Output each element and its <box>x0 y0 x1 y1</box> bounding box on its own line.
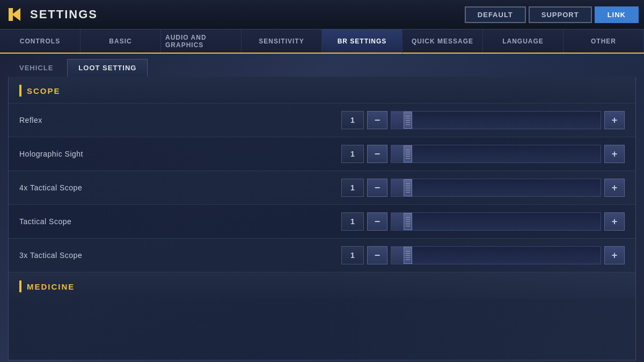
tab-quick-message[interactable]: QUICK MESSAGE <box>402 29 483 53</box>
tactical-label: Tactical Scope <box>19 217 341 226</box>
tactical-minus-btn[interactable]: − <box>367 212 387 231</box>
tab-br-settings[interactable]: BR SETTINGS <box>322 29 402 54</box>
4x-tactical-slider[interactable] <box>391 179 601 197</box>
header-buttons: DEFAULT SUPPORT LINK <box>465 6 639 23</box>
reflex-controls: 1 − + <box>341 111 625 129</box>
scope-section-bar <box>19 85 21 97</box>
tab-basic[interactable]: BASIC <box>80 29 161 53</box>
4x-tactical-label: 4x Tactical Scope <box>19 183 341 192</box>
thumb-line <box>406 154 410 154</box>
tab-language[interactable]: LANGUAGE <box>483 29 564 53</box>
reflex-slider[interactable] <box>391 111 601 129</box>
3x-tactical-slider-thumb[interactable] <box>404 247 412 264</box>
header: SETTINGS DEFAULT SUPPORT LINK <box>0 0 644 29</box>
header-left: SETTINGS <box>5 5 98 24</box>
reflex-plus-btn[interactable]: + <box>604 111 625 129</box>
subtab-loot-setting[interactable]: LOOT SETTING <box>67 59 148 77</box>
thumb-line <box>406 253 410 254</box>
link-button[interactable]: LINK <box>595 6 639 23</box>
setting-row-3x-tactical: 3x Tactical Scope 1 − + <box>9 238 635 272</box>
support-button[interactable]: SUPPORT <box>529 6 592 23</box>
3x-tactical-plus-btn[interactable]: + <box>604 246 625 264</box>
3x-tactical-controls: 1 − + <box>341 246 625 264</box>
tactical-plus-btn[interactable]: + <box>604 212 625 231</box>
4x-tactical-controls: 1 − + <box>341 179 625 197</box>
default-button[interactable]: DEFAULT <box>465 6 526 23</box>
thumb-line <box>406 221 410 222</box>
content-area: SCOPE Reflex 1 − + Holographic Sight 1 − <box>8 77 636 360</box>
holographic-minus-btn[interactable]: − <box>367 145 387 163</box>
scope-section-title: SCOPE <box>27 86 61 95</box>
thumb-line <box>406 255 410 256</box>
3x-tactical-slider[interactable] <box>391 246 601 264</box>
thumb-line <box>406 118 410 119</box>
holographic-plus-btn[interactable]: + <box>604 145 625 163</box>
holographic-slider-thumb[interactable] <box>404 145 412 162</box>
tab-other[interactable]: OTHER <box>564 29 644 53</box>
thumb-line <box>406 224 410 224</box>
svg-marker-0 <box>12 8 20 21</box>
4x-tactical-minus-btn[interactable]: − <box>367 179 387 197</box>
thumb-line <box>406 120 410 121</box>
3x-tactical-minus-btn[interactable]: − <box>367 246 387 264</box>
tactical-value: 1 <box>341 212 364 231</box>
medicine-section-title: Medicine <box>27 282 75 291</box>
thumb-line <box>406 152 410 152</box>
3x-tactical-value: 1 <box>341 246 364 264</box>
reflex-minus-btn[interactable]: − <box>367 111 387 129</box>
thumb-line <box>406 122 410 123</box>
scope-section-header: SCOPE <box>9 77 635 103</box>
thumb-line <box>406 257 410 258</box>
tab-audio-graphics[interactable]: AUDIO AND GRAPHICS <box>161 29 241 53</box>
3x-tactical-label: 3x Tactical Scope <box>19 251 341 260</box>
4x-tactical-value: 1 <box>341 179 364 197</box>
reflex-value: 1 <box>341 111 364 129</box>
holographic-value: 1 <box>341 145 364 163</box>
setting-row-reflex: Reflex 1 − + <box>9 103 635 137</box>
tactical-slider-thumb[interactable] <box>404 213 412 230</box>
4x-tactical-slider-thumb[interactable] <box>404 179 412 196</box>
medicine-section-bar <box>19 280 21 292</box>
setting-row-tactical: Tactical Scope 1 − + <box>9 204 635 238</box>
reflex-label: Reflex <box>19 116 341 124</box>
thumb-line <box>406 186 410 186</box>
svg-rect-1 <box>9 8 13 21</box>
medicine-section-header: Medicine <box>9 272 635 299</box>
thumb-line <box>406 188 410 188</box>
reflex-slider-thumb[interactable] <box>404 112 412 129</box>
setting-row-4x-tactical: 4x Tactical Scope 1 − + <box>9 171 635 204</box>
thumb-line <box>406 156 410 157</box>
page-title: SETTINGS <box>30 8 98 21</box>
nav-tabs: CONTROLS BASIC AUDIO AND GRAPHICS SENSIT… <box>0 29 644 54</box>
sub-tabs: VEHICLE LOOT SETTING <box>0 54 644 77</box>
setting-row-holographic: Holographic Sight 1 − + <box>9 137 635 171</box>
4x-tactical-plus-btn[interactable]: + <box>604 179 625 197</box>
subtab-vehicle[interactable]: VEHICLE <box>8 59 64 77</box>
back-icon[interactable] <box>5 5 25 24</box>
tactical-slider[interactable] <box>391 212 601 231</box>
holographic-label: Holographic Sight <box>19 150 341 158</box>
holographic-slider[interactable] <box>391 145 601 163</box>
tactical-controls: 1 − + <box>341 212 625 231</box>
tab-sensitivity[interactable]: SENSITIVITY <box>241 29 322 53</box>
thumb-line <box>406 190 410 190</box>
thumb-line <box>406 219 410 220</box>
holographic-controls: 1 − + <box>341 145 625 163</box>
tab-controls[interactable]: CONTROLS <box>0 29 80 53</box>
